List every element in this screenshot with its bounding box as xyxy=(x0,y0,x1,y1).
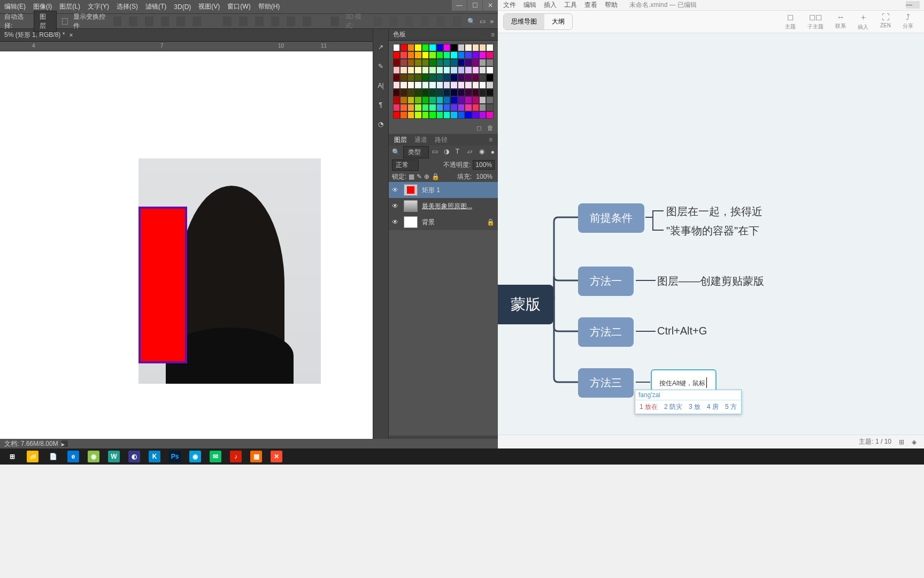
swatch[interactable] xyxy=(450,66,457,74)
align-bottom-icon[interactable] xyxy=(192,17,201,26)
swatch[interactable] xyxy=(393,59,400,66)
swatch[interactable] xyxy=(400,59,407,66)
swatch[interactable] xyxy=(393,51,400,59)
swatch[interactable] xyxy=(443,104,450,111)
taskbar-item[interactable]: ✕ xyxy=(267,450,286,463)
toolbar-button[interactable]: ↔联系 xyxy=(835,12,846,31)
swatch[interactable] xyxy=(465,51,472,59)
layer-row-photo[interactable]: 👁 最美形象照原图... xyxy=(389,198,498,214)
blend-mode-dropdown[interactable]: 正常 xyxy=(392,159,419,171)
filter-text-icon[interactable]: T xyxy=(456,148,464,156)
swatch[interactable] xyxy=(429,74,436,81)
workspace-icon[interactable]: ▭ xyxy=(480,18,486,25)
layer-row-background[interactable]: 👁 背景 🔒 xyxy=(389,214,498,230)
swatch[interactable] xyxy=(458,51,465,59)
swatch[interactable] xyxy=(393,111,400,119)
fill-input[interactable]: 100% xyxy=(474,172,495,181)
menu-image[interactable]: 图像(I) xyxy=(33,2,52,11)
swatch[interactable] xyxy=(450,89,457,96)
filter-adjust-icon[interactable]: ◑ xyxy=(444,148,452,156)
swatch[interactable] xyxy=(407,44,414,51)
swatch[interactable] xyxy=(436,104,443,111)
layer-name[interactable]: 最美形象照原图... xyxy=(422,202,472,211)
swatch[interactable] xyxy=(486,111,493,119)
swatch[interactable] xyxy=(436,111,443,119)
swatch[interactable] xyxy=(429,51,436,59)
filter-shape-icon[interactable]: ▱ xyxy=(467,148,476,156)
swatch[interactable] xyxy=(422,104,429,111)
swatch[interactable] xyxy=(429,104,436,111)
status-expand-icon[interactable]: ▸ xyxy=(61,440,68,447)
more-icon[interactable]: » xyxy=(490,18,494,25)
swatch[interactable] xyxy=(400,74,407,81)
swatch[interactable] xyxy=(436,51,443,59)
distribute-6-icon[interactable] xyxy=(303,17,311,26)
tab-outline[interactable]: 大纲 xyxy=(544,14,572,29)
swatch[interactable] xyxy=(458,44,465,51)
menu-window[interactable]: 窗口(W) xyxy=(227,2,250,11)
mm-node-method3[interactable]: 方法三 xyxy=(578,368,634,398)
align-right-icon[interactable] xyxy=(145,17,153,26)
auto-align-icon[interactable] xyxy=(330,17,339,26)
menu-layer[interactable]: 图层(L) xyxy=(59,2,80,11)
swatch[interactable] xyxy=(479,74,486,81)
swatch[interactable] xyxy=(472,66,479,74)
swatch[interactable] xyxy=(407,59,414,66)
swatch[interactable] xyxy=(465,111,472,119)
swatch[interactable] xyxy=(486,96,493,104)
lock-icon[interactable]: 🔒 xyxy=(487,218,495,226)
swatch[interactable] xyxy=(472,59,479,66)
brush-icon[interactable]: ✎ xyxy=(376,62,386,71)
swatch[interactable] xyxy=(443,59,450,66)
swatch[interactable] xyxy=(443,66,450,74)
swatch[interactable] xyxy=(436,89,443,96)
swatch[interactable] xyxy=(458,104,465,111)
toolbar-button[interactable]: ＋插入 xyxy=(858,12,868,31)
menu-text[interactable]: 文字(Y) xyxy=(88,2,109,11)
ime-candidate[interactable]: 2 防灾 xyxy=(664,402,682,412)
swatch[interactable] xyxy=(400,96,407,104)
swatch[interactable] xyxy=(465,74,472,81)
swatch[interactable] xyxy=(422,89,429,96)
swatch[interactable] xyxy=(486,89,493,96)
show-transform-checkbox[interactable] xyxy=(62,18,68,25)
filter-pixel-icon[interactable]: ▭ xyxy=(432,148,441,156)
swatch[interactable] xyxy=(414,89,421,96)
swatch[interactable] xyxy=(414,51,421,59)
taskbar-item[interactable]: 📁 xyxy=(24,450,42,463)
swatch[interactable] xyxy=(479,96,486,104)
menu-select[interactable]: 选择(S) xyxy=(117,2,138,11)
swatch[interactable] xyxy=(458,74,465,81)
xm-menu-file[interactable]: 文件 xyxy=(503,1,516,10)
mm-leaf[interactable]: "装事物的容器"在下 xyxy=(666,224,759,238)
layer-name[interactable]: 背景 xyxy=(422,218,435,227)
swatch[interactable] xyxy=(422,51,429,59)
character-icon[interactable]: A| xyxy=(376,81,386,90)
swatch[interactable] xyxy=(407,81,414,89)
swatch[interactable] xyxy=(443,89,450,96)
swatch[interactable] xyxy=(479,81,486,89)
swatch[interactable] xyxy=(422,74,429,81)
swatch[interactable] xyxy=(407,96,414,104)
swatch[interactable] xyxy=(450,59,457,66)
paragraph-icon[interactable]: ¶ xyxy=(376,100,386,110)
swatch[interactable] xyxy=(486,74,493,81)
swatch[interactable] xyxy=(422,81,429,89)
swatch[interactable] xyxy=(429,96,436,104)
swatch[interactable] xyxy=(479,44,486,51)
toolbar-button[interactable]: ◻◻子主题 xyxy=(807,12,823,31)
swatch[interactable] xyxy=(479,104,486,111)
lock-pixels-icon[interactable]: ▦ xyxy=(409,173,414,180)
mm-leaf[interactable]: 图层在一起，挨得近 xyxy=(666,204,763,219)
swatch[interactable] xyxy=(486,104,493,111)
swatch[interactable] xyxy=(472,104,479,111)
toolbar-button[interactable]: ◻主题 xyxy=(785,12,796,31)
swatch[interactable] xyxy=(450,104,457,111)
lock-all-icon[interactable]: 🔒 xyxy=(432,173,440,180)
swatch[interactable] xyxy=(458,59,465,66)
swatch[interactable] xyxy=(414,111,421,119)
swatch[interactable] xyxy=(414,44,421,51)
swatch[interactable] xyxy=(436,44,443,51)
swatch[interactable] xyxy=(400,51,407,59)
swatch[interactable] xyxy=(479,89,486,96)
